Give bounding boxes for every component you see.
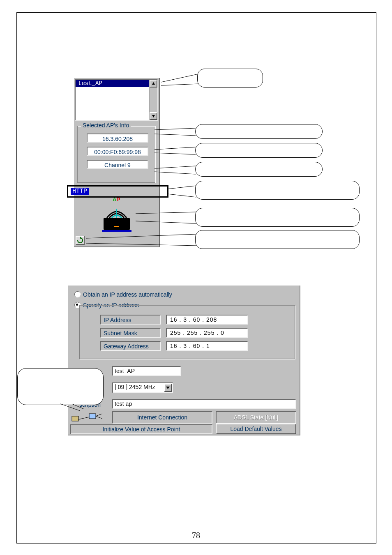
callout-7 xyxy=(195,230,360,249)
selected-ap-info-group: Selected AP's Info 16.3.60.208 00:00:F0:… xyxy=(77,126,156,183)
ip-settings-panel: Obtain an IP address automatically Speci… xyxy=(68,286,300,435)
subnet-mask-input[interactable]: 255 . 255 . 255 . 0 xyxy=(166,328,248,338)
svg-marker-1 xyxy=(152,115,155,117)
ap-list-item[interactable]: test_AP xyxy=(76,80,149,87)
channel-dropdown[interactable]: [ 09 ] 2452 MHz xyxy=(112,382,173,393)
radio-obtain-ip[interactable]: Obtain an IP address automatically xyxy=(74,291,172,298)
essid-input[interactable]: test_AP xyxy=(112,366,181,376)
listbox-scrollbar[interactable] xyxy=(149,80,157,120)
gateway-address-input[interactable]: 16 . 3 . 60 . 1 xyxy=(166,341,248,351)
callout-5 xyxy=(195,181,360,200)
ap-channel-field: Channel 9 xyxy=(87,160,148,169)
ip-address-input[interactable]: 16 . 3 . 60 . 208 xyxy=(166,315,248,325)
gateway-address-label: Gateway Address xyxy=(100,341,161,351)
svg-marker-18 xyxy=(166,387,170,389)
ap-mac-field: 00:00:F0:69:99:98 xyxy=(87,147,148,156)
internet-connection-button[interactable]: Internet Connection xyxy=(112,411,212,424)
subnet-mask-label: Subnet Mask xyxy=(100,328,161,338)
callout-4 xyxy=(195,162,323,177)
scroll-down-button[interactable] xyxy=(150,112,157,120)
ap-ip-field: 16.3.60.208 xyxy=(87,134,148,143)
svg-line-21 xyxy=(78,417,89,419)
adsl-state-button: ADSL State [Null] xyxy=(216,411,296,424)
network-icon xyxy=(70,412,110,424)
description-input[interactable]: test ap xyxy=(112,399,296,409)
ap-device-icon: AP xyxy=(94,197,139,234)
channel-dropdown-value: [ 09 ] 2452 MHz xyxy=(115,384,155,390)
svg-line-22 xyxy=(96,414,102,416)
scroll-up-button[interactable] xyxy=(150,80,157,88)
callout-6 xyxy=(195,208,360,227)
http-label[interactable]: HTTP xyxy=(71,188,89,195)
callout-2 xyxy=(195,124,323,139)
initialize-ap-button[interactable]: Initialize Value of Access Point xyxy=(70,424,212,434)
callout-1 xyxy=(197,69,263,88)
http-highlight-box: HTTP xyxy=(67,185,168,198)
svg-rect-20 xyxy=(89,414,96,419)
svg-rect-19 xyxy=(72,416,78,421)
callout-3 xyxy=(195,143,323,158)
load-defaults-button[interactable]: Load Default Values xyxy=(216,424,296,434)
ap-sidebar-panel: test_AP Selected AP's Info 16.3.60.208 0… xyxy=(74,78,160,247)
dropdown-button[interactable] xyxy=(164,384,172,392)
ip-address-label: IP Address xyxy=(100,315,161,325)
group-legend: Selected AP's Info xyxy=(81,122,131,129)
radio-icon xyxy=(74,291,81,297)
svg-line-23 xyxy=(96,416,102,419)
ap-listbox[interactable]: test_AP xyxy=(75,79,158,121)
callout-lower xyxy=(17,368,104,405)
refresh-icon[interactable] xyxy=(76,236,85,245)
ip-address-group: IP Address 16 . 3 . 60 . 208 Subnet Mask… xyxy=(79,305,295,359)
page-number: 78 xyxy=(0,531,392,540)
svg-marker-0 xyxy=(152,82,155,85)
